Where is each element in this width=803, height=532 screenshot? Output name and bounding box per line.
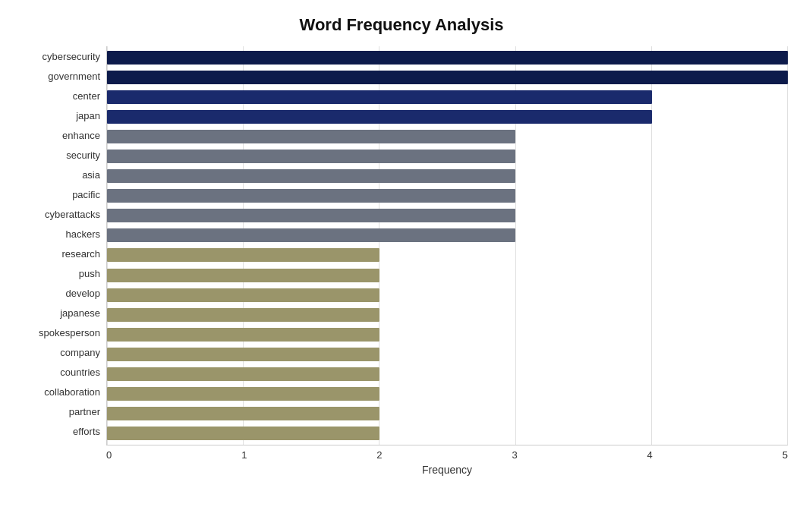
y-label: cyberattacks [45,204,100,224]
bar [107,427,379,440]
bar [107,51,788,65]
bar-row [107,285,788,305]
bar-row [107,305,788,325]
bar-row [107,423,788,443]
x-tick-label: 0 [106,449,112,461]
bar [107,189,515,203]
y-label: pacific [72,184,100,204]
bar-row [107,186,788,206]
bar-row [107,206,788,225]
bar [107,269,379,282]
y-label: push [79,263,100,283]
y-label: countries [60,362,100,382]
chart-title: Word Frequency Analysis [15,15,788,35]
bar [107,367,379,381]
bar-row [107,127,788,146]
x-tick-label: 2 [376,449,382,461]
bar [107,228,515,242]
bar-row [107,325,788,345]
y-label: center [73,86,100,105]
bars-and-axes: 012345 Frequency [106,46,788,476]
x-tick-label: 3 [512,449,517,461]
y-axis-labels: cybersecuritygovernmentcenterjapanenhanc… [15,46,106,476]
bar-row [107,146,788,166]
bar-row [107,166,788,186]
bar [107,110,652,124]
y-label: hackers [65,224,100,244]
bar [107,348,379,361]
y-label: government [48,66,100,86]
bar [107,308,379,322]
bar [107,150,515,163]
bar-row [107,48,788,68]
x-axis-labels: 012345 [106,445,788,461]
bar-row [107,87,788,107]
y-label: enhance [62,125,100,145]
bar [107,407,379,420]
y-label: partner [69,401,100,421]
x-tick-label: 1 [241,449,247,461]
x-axis-title: Frequency [106,464,788,476]
y-label: asia [82,165,100,184]
y-label: japanese [60,303,100,323]
x-tick-label: 4 [647,449,653,461]
bars-wrapper [106,46,788,445]
bar [107,387,379,401]
bar-row [107,364,788,384]
y-label: spokesperson [39,323,100,342]
bar [107,209,515,222]
bar [107,328,379,342]
bar-row [107,345,788,364]
bar [107,90,652,104]
y-label: efforts [73,421,100,441]
chart-area: cybersecuritygovernmentcenterjapanenhanc… [15,46,788,476]
y-label: develop [65,283,100,303]
bar-row [107,404,788,423]
bar-row [107,266,788,285]
bars-list [107,46,788,445]
bar [107,248,379,262]
y-label: security [66,145,100,165]
bar-row [107,107,788,127]
y-label: company [60,342,100,362]
bar [107,288,379,302]
chart-container: Word Frequency Analysis cybersecuritygov… [0,0,803,532]
bar [107,169,515,183]
bar [107,130,515,143]
y-label: research [61,244,100,263]
bar-row [107,245,788,265]
x-tick-label: 5 [783,449,788,461]
bar-row [107,225,788,245]
bar [107,71,788,84]
y-label: japan [76,105,100,125]
y-label: collaboration [44,382,100,401]
bar-row [107,68,788,87]
y-label: cybersecurity [42,46,100,66]
bar-row [107,384,788,404]
